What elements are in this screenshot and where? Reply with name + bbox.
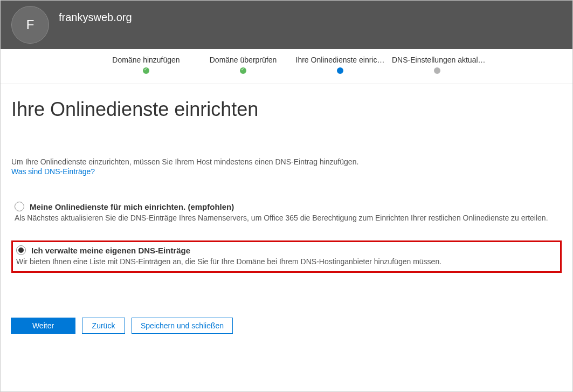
option-description: Wir bieten Ihnen eine Liste mit DNS-Eint… <box>16 257 557 266</box>
domain-title: frankysweb.org <box>59 11 132 24</box>
radio-row: Meine Onlinedienste für mich einrichten.… <box>15 202 558 211</box>
option-label: Ich verwalte meine eigenen DNS-Einträge <box>31 246 190 255</box>
step-add-domain[interactable]: Domäne hinzufügen <box>98 56 195 74</box>
button-row: Weiter Zurück Speichern und schließen <box>11 318 233 334</box>
avatar-letter: F <box>26 17 34 32</box>
stepper: Domäne hinzufügen Domäne überprüfen Ihre… <box>1 49 572 84</box>
dot-current-icon <box>337 67 343 74</box>
next-button[interactable]: Weiter <box>11 318 75 334</box>
step-verify-domain[interactable]: Domäne überprüfen <box>195 56 292 74</box>
step-label: Domäne überprüfen <box>198 56 288 64</box>
step-label: Domäne hinzufügen <box>101 56 191 64</box>
option-label: Meine Onlinedienste für mich einrichten.… <box>30 202 234 211</box>
option-setup-for-me[interactable]: Meine Onlinedienste für mich einrichten.… <box>11 198 562 228</box>
avatar: F <box>11 6 49 44</box>
option-manage-own-dns[interactable]: Ich verwalte meine eigenen DNS-Einträge … <box>11 240 562 273</box>
content-area: Ihre Onlinedienste einrichten Um Ihre On… <box>1 84 572 297</box>
stepper-spacer <box>1 56 98 74</box>
header-bar: F frankysweb.org <box>1 1 572 49</box>
help-link[interactable]: Was sind DNS-Einträge? <box>11 167 95 176</box>
save-close-button[interactable]: Speichern und schließen <box>132 318 233 334</box>
check-icon <box>240 67 246 74</box>
step-dns-settings[interactable]: DNS-Einstellungen aktual… <box>389 56 486 74</box>
options-group: Meine Onlinedienste für mich einrichten.… <box>11 198 562 273</box>
back-button[interactable]: Zurück <box>82 318 125 334</box>
dot-pending-icon <box>434 67 440 74</box>
intro-text: Um Ihre Onlinedienste einzurichten, müss… <box>11 157 562 166</box>
check-icon <box>143 67 149 74</box>
page-title: Ihre Onlinedienste einrichten <box>11 98 562 121</box>
option-description: Als Nächstes aktualisieren Sie die DNS-E… <box>15 214 558 222</box>
step-setup-services[interactable]: Ihre Onlinedienste einric… <box>292 56 389 74</box>
radio-row: Ich verwalte meine eigenen DNS-Einträge <box>16 245 557 255</box>
radio-button[interactable] <box>15 202 24 211</box>
step-label: DNS-Einstellungen aktual… <box>392 56 482 64</box>
step-label: Ihre Onlinedienste einric… <box>295 56 385 64</box>
radio-button[interactable] <box>16 245 26 255</box>
